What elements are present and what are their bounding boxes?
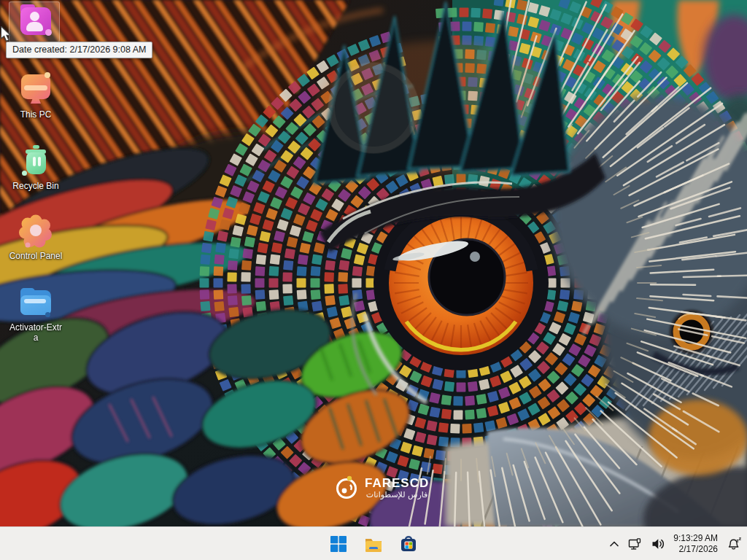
farescd-logo-icon xyxy=(334,475,359,500)
taskbar: 9:13:29 AM 2/17/2026 xyxy=(0,526,747,560)
folder-icon xyxy=(363,534,384,554)
desktop-icon-control-panel[interactable]: Control Panel xyxy=(4,214,67,261)
farescd-watermark: FARESCD فارس للإسطوانات xyxy=(334,475,429,500)
clock[interactable]: 9:13:29 AM 2/17/2026 xyxy=(670,533,722,555)
bell-dnd-icon xyxy=(727,537,742,551)
taskbar-center-group xyxy=(324,529,423,559)
icon-label: Control Panel xyxy=(9,251,63,261)
watermark-subtitle: فارس للإسطوانات xyxy=(366,490,428,499)
desktop-icon-activator-extra[interactable]: Activator-Extra xyxy=(4,286,67,343)
store-bag-icon xyxy=(398,534,419,554)
clock-date: 2/17/2026 xyxy=(673,544,718,555)
icon-label: This PC xyxy=(20,109,52,120)
icon-label: Recycle Bin xyxy=(12,181,58,191)
system-tray: 9:13:29 AM 2/17/2026 xyxy=(605,527,746,560)
tooltip-date-created: Date created: 2/17/2026 9:08 AM xyxy=(6,42,152,58)
mouse-cursor xyxy=(1,26,12,42)
this-pc-icon xyxy=(20,74,51,105)
desktop-icon-user-folder[interactable] xyxy=(4,4,67,38)
start-button[interactable] xyxy=(324,529,353,559)
watermark-title: FARESCD xyxy=(365,477,429,490)
notifications-button[interactable] xyxy=(724,529,746,559)
recycle-bin-icon xyxy=(20,145,51,177)
ethernet-icon xyxy=(628,538,643,551)
hidden-icons-button[interactable] xyxy=(605,529,623,559)
desktop-icon-recycle-bin[interactable]: Recycle Bin xyxy=(4,144,67,191)
desktop-icon-this-pc[interactable]: This PC xyxy=(4,73,67,120)
windows-logo-icon xyxy=(330,535,347,553)
speaker-icon xyxy=(651,538,665,550)
desktop: This PC Recycle Bin Control Panel xyxy=(0,0,747,560)
blue-folder-icon xyxy=(20,288,52,317)
control-panel-gear-icon xyxy=(19,214,53,248)
icon-label: Activator-Extra xyxy=(8,322,63,343)
file-explorer-button[interactable] xyxy=(359,529,388,559)
chevron-up-icon xyxy=(609,540,619,548)
volume-button[interactable] xyxy=(648,529,669,559)
network-button[interactable] xyxy=(624,529,646,559)
clock-time: 9:13:29 AM xyxy=(673,533,718,544)
user-folder-icon xyxy=(20,7,51,35)
wallpaper-owl-art xyxy=(0,0,747,526)
microsoft-store-button[interactable] xyxy=(394,529,423,559)
